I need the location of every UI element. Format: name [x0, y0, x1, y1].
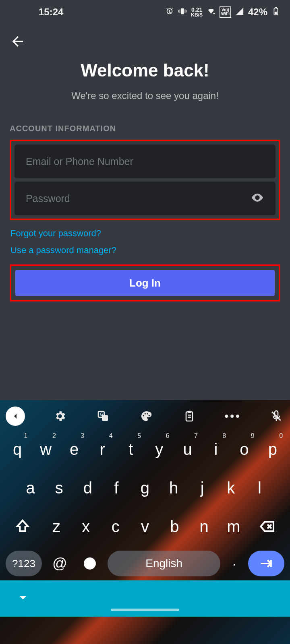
- keyboard-hide-button[interactable]: [16, 591, 30, 606]
- key-x[interactable]: x: [71, 512, 101, 541]
- battery-icon: [271, 7, 280, 18]
- svg-point-0: [213, 12, 215, 14]
- backspace-key[interactable]: [249, 512, 287, 541]
- key-z[interactable]: z: [41, 512, 71, 541]
- status-bar: 15:24 0.21KB/S Vo))WiFi 42%: [0, 0, 290, 24]
- key-a[interactable]: a: [16, 473, 45, 502]
- system-nav-bar: [0, 580, 290, 617]
- space-key[interactable]: English: [108, 551, 220, 576]
- enter-key[interactable]: [248, 551, 284, 576]
- status-time: 15:24: [39, 6, 63, 18]
- vibrate-icon: [178, 7, 187, 18]
- page-subtitle: We're so excited to see you again!: [10, 90, 280, 101]
- login-highlight: Log In: [10, 264, 280, 301]
- email-field[interactable]: [26, 156, 264, 167]
- back-button[interactable]: [10, 33, 26, 51]
- key-p[interactable]: p0: [259, 435, 287, 464]
- period-key[interactable]: .: [226, 554, 242, 574]
- vowifi-badge: Vo))WiFi: [220, 6, 231, 18]
- svg-rect-11: [188, 411, 191, 413]
- gesture-handle[interactable]: [111, 609, 179, 611]
- symbols-key[interactable]: ?123: [6, 551, 42, 576]
- key-q[interactable]: q1: [3, 435, 31, 464]
- status-right: 0.21KB/S Vo))WiFi 42%: [165, 6, 280, 18]
- battery-percent: 42%: [248, 6, 267, 18]
- key-o[interactable]: o9: [230, 435, 258, 464]
- key-m[interactable]: m: [219, 512, 248, 541]
- svg-point-9: [149, 415, 150, 416]
- keyboard-row-2: asdfghjkl: [2, 473, 288, 502]
- hero: Welcome back! We're so excited to see yo…: [0, 60, 290, 101]
- key-w[interactable]: w2: [31, 435, 60, 464]
- svg-point-2: [256, 196, 259, 199]
- password-manager-link[interactable]: Use a password manager?: [10, 245, 280, 256]
- password-field-wrap[interactable]: [14, 182, 276, 215]
- section-label: ACCOUNT INFORMATION: [10, 124, 280, 133]
- language-key[interactable]: [78, 556, 102, 571]
- theme-button[interactable]: [138, 408, 154, 424]
- app-nav: [0, 24, 290, 60]
- key-l[interactable]: l: [245, 473, 274, 502]
- password-field[interactable]: [26, 193, 251, 204]
- key-j[interactable]: j: [188, 473, 217, 502]
- network-speed: 0.21KB/S: [191, 7, 203, 17]
- toggle-password-visibility-button[interactable]: [251, 191, 264, 206]
- at-key[interactable]: @: [48, 555, 72, 572]
- key-h[interactable]: h: [160, 473, 188, 502]
- keyboard-collapse-button[interactable]: [6, 407, 25, 426]
- key-b[interactable]: b: [160, 512, 189, 541]
- key-k[interactable]: k: [217, 473, 245, 502]
- keyboard-row-4: ?123 @ English .: [2, 551, 288, 576]
- shift-key[interactable]: [3, 512, 41, 541]
- translate-button[interactable]: G: [95, 408, 111, 424]
- login-form: ACCOUNT INFORMATION Forgot your password…: [0, 124, 290, 301]
- key-r[interactable]: r4: [88, 435, 116, 464]
- key-n[interactable]: n: [189, 512, 219, 541]
- email-field-wrap[interactable]: [14, 144, 276, 178]
- key-i[interactable]: i8: [202, 435, 230, 464]
- alarm-icon: [165, 7, 174, 18]
- clipboard-button[interactable]: [181, 408, 197, 424]
- svg-rect-10: [186, 412, 193, 421]
- svg-point-8: [147, 413, 148, 414]
- svg-point-7: [145, 413, 146, 414]
- keyboard-more-button[interactable]: •••: [224, 410, 241, 423]
- page-title: Welcome back!: [10, 60, 280, 80]
- key-t[interactable]: t5: [117, 435, 145, 464]
- login-button[interactable]: Log In: [15, 270, 275, 296]
- key-e[interactable]: e3: [60, 435, 88, 464]
- key-s[interactable]: s: [45, 473, 73, 502]
- key-c[interactable]: c: [101, 512, 130, 541]
- keyboard-row-1: q1w2e3r4t5y6u7i8o9p0: [2, 435, 288, 464]
- mic-off-button[interactable]: [268, 408, 284, 424]
- wifi-icon: [207, 7, 215, 18]
- helper-links: Forgot your password? Use a password man…: [10, 228, 280, 256]
- keyboard-row-3: zxcvbnm: [2, 512, 288, 541]
- key-v[interactable]: v: [130, 512, 160, 541]
- forgot-password-link[interactable]: Forgot your password?: [10, 228, 280, 239]
- keyboard-toolbar: G •••: [0, 400, 290, 432]
- svg-rect-1: [275, 11, 277, 14]
- keyboard-settings-button[interactable]: [52, 408, 68, 424]
- key-y[interactable]: y6: [145, 435, 173, 464]
- soft-keyboard: G ••• q1w2e3r4t5y6u7i8o9p0 asdfghjkl zxc…: [0, 400, 290, 644]
- key-g[interactable]: g: [130, 473, 159, 502]
- svg-text:G: G: [100, 412, 103, 417]
- credentials-highlight: [10, 140, 280, 220]
- svg-point-6: [143, 415, 144, 416]
- key-f[interactable]: f: [102, 473, 130, 502]
- key-d[interactable]: d: [73, 473, 102, 502]
- key-u[interactable]: u7: [173, 435, 201, 464]
- signal-icon: [235, 7, 244, 18]
